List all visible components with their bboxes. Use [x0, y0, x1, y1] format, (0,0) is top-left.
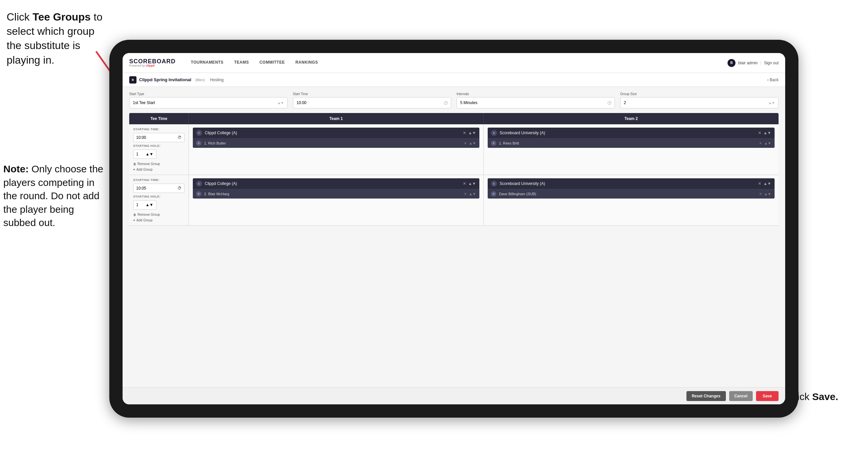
- starting-hole-input-2[interactable]: 1 ▲▼: [133, 200, 156, 209]
- team1-arrow-icon-2[interactable]: ▲▼: [468, 181, 476, 186]
- team1-actions-2: ✕ ▲▼: [463, 181, 476, 186]
- team1-card-2[interactable]: C Clippd College (A) ✕ ▲▼ P 2. Blair McH…: [193, 178, 479, 199]
- player-icon-2-1: P: [491, 141, 496, 146]
- config-row: Start Type 1st Tee Start ▲▼ Start Time 1…: [129, 92, 779, 108]
- starting-hole-input-1[interactable]: 1 ▲▼: [133, 149, 156, 159]
- team2-card-2[interactable]: S Scoreboard University (A) ✕ ▲▼ P Dave …: [488, 178, 775, 199]
- group-size-input[interactable]: 2 ▲▼: [620, 97, 779, 108]
- team2-close-icon-2[interactable]: ✕: [758, 181, 761, 186]
- team1-col-2: C Clippd College (A) ✕ ▲▼ P 2. Blair McH…: [189, 175, 484, 225]
- team1-close-icon-2[interactable]: ✕: [463, 181, 466, 186]
- player-close-icon-1-1[interactable]: ✕: [464, 141, 467, 146]
- start-type-arrow-icon: ▲▼: [277, 101, 284, 105]
- start-time-input[interactable]: 10:00 🕐: [293, 97, 451, 108]
- add-group-btn-2[interactable]: Add Group: [133, 218, 185, 222]
- intervals-field: Intervals 5 Minutes 🕐: [457, 92, 615, 108]
- instruction-top: Click Tee Groups to select which group t…: [7, 10, 106, 67]
- starting-time-input-2[interactable]: 10:05 ⏱: [133, 184, 185, 193]
- team2-close-icon-1[interactable]: ✕: [758, 130, 761, 135]
- start-time-field: Start Time 10:00 🕐: [293, 92, 451, 108]
- team2-card-header-2: S Scoreboard University (A) ✕ ▲▼: [488, 178, 775, 189]
- tablet-device: SCOREBOARD Powered by clippd TOURNAMENTS…: [109, 40, 799, 418]
- tee-groups-container: STARTING TIME: 10:00 ⏱ STARTING HOLE: 1 …: [129, 124, 779, 226]
- player-close-icon-2-2[interactable]: ✕: [759, 192, 762, 196]
- team2-col-1: S Scoreboard University (A) ✕ ▲▼ P 1. Re…: [484, 124, 779, 175]
- team2-icon-2: S: [491, 181, 497, 186]
- starting-hole-label-2: STARTING HOLE:: [133, 195, 185, 198]
- tee-group-left-1: STARTING TIME: 10:00 ⏱ STARTING HOLE: 1 …: [129, 124, 189, 175]
- add-group-btn-1[interactable]: Add Group: [133, 168, 185, 171]
- player-name-2-2: Dave Billingham (SUB): [499, 192, 756, 196]
- team2-icon-1: S: [491, 130, 497, 136]
- player-row-1-1[interactable]: P 1. Rich Butler ✕ ▲▼: [193, 138, 479, 148]
- player-arrow-icon-1-1[interactable]: ▲▼: [469, 141, 476, 146]
- starting-time-input-1[interactable]: 10:00 ⏱: [133, 133, 185, 142]
- intervals-input[interactable]: 5 Minutes 🕐: [457, 97, 615, 108]
- nav-tournaments[interactable]: TOURNAMENTS: [186, 53, 229, 73]
- user-avatar: B: [727, 59, 736, 67]
- tee-group-left-2: STARTING TIME: 10:05 ⏱ STARTING HOLE: 1 …: [129, 175, 189, 225]
- player-icon-2-2: P: [491, 191, 496, 197]
- team2-col-2: S Scoreboard University (A) ✕ ▲▼ P Dave …: [484, 175, 779, 225]
- save-button[interactable]: Save: [756, 391, 779, 401]
- team1-card-header-2: C Clippd College (A) ✕ ▲▼: [193, 178, 479, 189]
- player-arrow-icon-2-2[interactable]: ▲▼: [764, 192, 771, 196]
- logo-powered: Powered by clippd: [129, 64, 176, 67]
- team1-close-icon-1[interactable]: ✕: [463, 130, 466, 135]
- player-close-icon-1-2[interactable]: ✕: [464, 192, 467, 196]
- team2-name-2: Scoreboard University (A): [500, 181, 755, 186]
- starting-time-label-1: STARTING TIME:: [133, 127, 185, 131]
- start-type-input[interactable]: 1st Tee Start ▲▼: [129, 97, 287, 108]
- player-row-2-1[interactable]: P 1. Rees Britt ✕ ▲▼: [488, 138, 775, 148]
- start-time-label: Start Time: [293, 92, 451, 96]
- player-name-2-1: 1. Rees Britt: [499, 141, 756, 145]
- intervals-clock-icon: 🕐: [607, 101, 611, 105]
- nav-teams[interactable]: TEAMS: [229, 53, 254, 73]
- nav-right: B blair admin | Sign out: [727, 59, 779, 67]
- back-button[interactable]: Back: [767, 78, 779, 82]
- col-tee-time: Tee Time: [129, 113, 189, 124]
- starting-time-label-2: STARTING TIME:: [133, 178, 185, 182]
- main-content: Start Type 1st Tee Start ▲▼ Start Time 1…: [123, 87, 785, 387]
- team2-arrow-icon-1[interactable]: ▲▼: [763, 130, 771, 135]
- action-bar: Reset Changes Cancel Save: [123, 387, 785, 404]
- breadcrumb-bar: B Clippd Spring Invitational (Men) Hosti…: [123, 73, 785, 87]
- nav-committee[interactable]: COMMITTEE: [254, 53, 290, 73]
- remove-group-btn-2[interactable]: Remove Group: [133, 213, 185, 216]
- team1-actions-1: ✕ ▲▼: [463, 130, 476, 135]
- sign-out-link[interactable]: Sign out: [764, 61, 779, 65]
- admin-name: blair admin: [738, 61, 758, 65]
- instruction-bold: Tee Groups: [32, 11, 90, 23]
- team1-card-1[interactable]: C Clippd College (A) ✕ ▲▼ P 1. Rich Butl…: [193, 127, 479, 148]
- tee-table-header: Tee Time Team 1 Team 2: [129, 113, 779, 124]
- remove-group-btn-1[interactable]: Remove Group: [133, 162, 185, 166]
- team2-arrow-icon-2[interactable]: ▲▼: [763, 181, 771, 186]
- team1-name-1: Clippd College (A): [205, 130, 460, 135]
- logo-area: SCOREBOARD Powered by clippd: [129, 58, 176, 67]
- cancel-button[interactable]: Cancel: [729, 391, 753, 401]
- team1-arrow-icon-1[interactable]: ▲▼: [468, 130, 476, 135]
- nav-rankings[interactable]: RANKINGS: [290, 53, 323, 73]
- col-team2: Team 2: [484, 113, 779, 124]
- group-size-label: Group Size: [620, 92, 779, 96]
- instruction-part1: Click: [7, 11, 32, 23]
- player-name-1-1: 1. Rich Butler: [204, 141, 461, 145]
- player-arrow-icon-2-1[interactable]: ▲▼: [764, 141, 771, 146]
- player-row-2-2[interactable]: P Dave Billingham (SUB) ✕ ▲▼: [488, 189, 775, 199]
- player-close-icon-2-1[interactable]: ✕: [759, 141, 762, 146]
- player-icon-1-2: P: [196, 191, 202, 197]
- click-save-bold: Save.: [812, 391, 838, 402]
- player-row-1-2[interactable]: P 2. Blair McHarg ✕ ▲▼: [193, 189, 479, 199]
- hole-arrow-icon-1: ▲▼: [146, 152, 153, 156]
- team2-card-1[interactable]: S Scoreboard University (A) ✕ ▲▼ P 1. Re…: [488, 127, 775, 148]
- team2-card-header-1: S Scoreboard University (A) ✕ ▲▼: [488, 127, 775, 138]
- reset-changes-button[interactable]: Reset Changes: [686, 391, 726, 401]
- player-icon-1-1: P: [196, 141, 202, 146]
- player-arrow-icon-1-2[interactable]: ▲▼: [469, 192, 476, 196]
- breadcrumb-left: B Clippd Spring Invitational (Men) Hosti…: [129, 76, 224, 84]
- note-label: Note:: [3, 164, 31, 174]
- player-actions-2-2: ✕ ▲▼: [759, 192, 771, 196]
- group-size-field: Group Size 2 ▲▼: [620, 92, 779, 108]
- breadcrumb-tournament-title: Clippd Spring Invitational: [139, 77, 191, 82]
- time-icon-1: ⏱: [178, 135, 182, 140]
